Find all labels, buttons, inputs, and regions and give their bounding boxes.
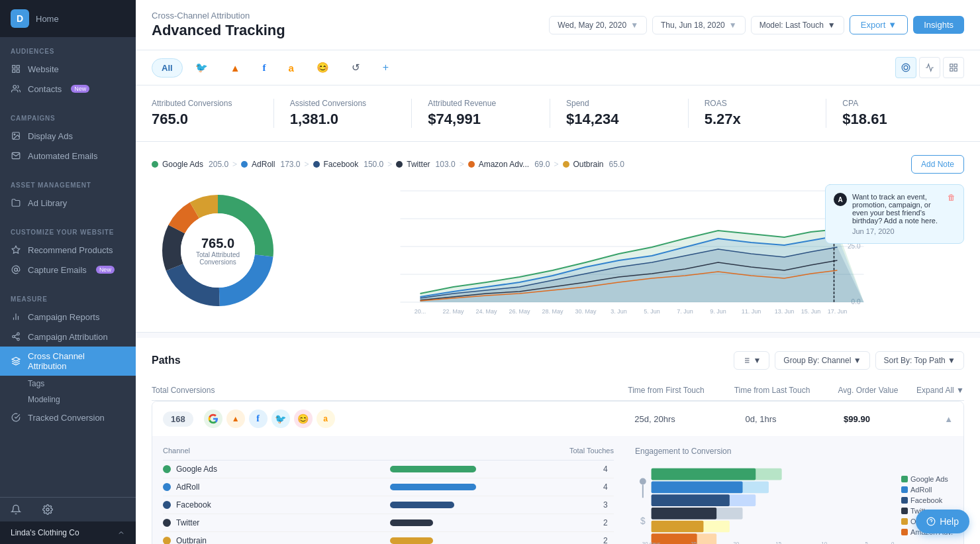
facebook-count: 150.0 — [364, 160, 383, 169]
outbrain-name: Outbrain — [573, 160, 604, 169]
view-grid[interactable] — [943, 57, 964, 78]
path-detail: Channel Total Touches Google Ads 4 — [152, 436, 963, 544]
sidebar-item-contacts[interactable]: Contacts New — [0, 79, 136, 99]
date-start-caret: ▼ — [630, 21, 638, 30]
sidebar-item-ad-library[interactable]: Ad Library — [0, 193, 136, 213]
campaign-reports-label: Campaign Reports — [28, 312, 99, 322]
sidebar-sub-item-tags[interactable]: Tags — [0, 376, 136, 392]
tracked-conversion-label: Tracked Conversion — [28, 413, 105, 423]
adroll-count: 173.0 — [280, 160, 300, 169]
metric-value-3: $14,234 — [566, 111, 672, 128]
svg-text:$: $ — [640, 516, 646, 526]
channel-chip-outbrain[interactable]: Outbrain — [563, 160, 604, 169]
modeling-label: Modeling — [28, 395, 60, 404]
svg-text:0: 0 — [891, 541, 895, 544]
sidebar-item-automated-emails[interactable]: Automated Emails — [0, 146, 136, 166]
channel-chip-twitter[interactable]: Twitter — [396, 160, 430, 169]
twitter-bar — [390, 519, 433, 526]
contacts-badge: New — [71, 85, 89, 93]
facebook-name: Facebook — [324, 160, 359, 169]
tab-adroll[interactable]: ▲ — [220, 58, 250, 78]
legend-dot-amazon — [901, 529, 908, 535]
sidebar-notifications[interactable] — [0, 498, 32, 521]
channel-row-google: Google Ads 4 — [163, 461, 614, 478]
view-line[interactable] — [919, 57, 940, 78]
svg-line-15 — [15, 337, 17, 339]
help-button[interactable]: Help — [916, 510, 969, 533]
google-bar — [390, 466, 476, 472]
twitter-row-dot — [163, 519, 171, 527]
sidebar: D Home AUDIENCES Website Contacts New CA… — [0, 0, 136, 544]
sidebar-item-cross-channel[interactable]: Cross Channel Attribution — [0, 347, 136, 376]
at-icon — [11, 264, 21, 275]
path-icon-google — [204, 409, 222, 428]
svg-rect-72 — [652, 494, 730, 506]
channel-tabs-bar: All 🐦 ▲ f a 😊 ↺ + — [136, 50, 980, 85]
insights-label: Insights — [924, 20, 954, 30]
filter-caret: ▼ — [753, 356, 761, 365]
channel-chip-adroll[interactable]: AdRoll — [241, 160, 275, 169]
add-note-button[interactable]: Add Note — [911, 155, 964, 174]
view-toggle — [895, 57, 964, 78]
path-expand-btn[interactable]: ▲ — [900, 414, 953, 424]
donut-center: 765.0 Total AttributedConversions — [196, 236, 240, 266]
sidebar-user[interactable]: Linda's Clothing Co — [0, 521, 136, 544]
tab-all[interactable]: All — [152, 58, 183, 78]
note-delete-icon[interactable]: 🗑 — [948, 193, 956, 202]
date-start-picker[interactable]: Wed, May 20, 2020 ▼ — [549, 16, 647, 34]
sidebar-settings[interactable] — [32, 498, 64, 521]
adroll-name: AdRoll — [252, 160, 275, 169]
legend-dot-adroll — [901, 486, 908, 493]
sidebar-item-campaign-reports[interactable]: Campaign Reports — [0, 307, 136, 327]
tab-twitter[interactable]: 🐦 — [185, 57, 218, 78]
tab-add[interactable]: + — [373, 57, 399, 78]
export-button[interactable]: Export ▼ — [850, 15, 908, 34]
col-expand[interactable]: Expand All ▼ — [911, 386, 964, 395]
svg-line-16 — [15, 335, 17, 336]
svg-point-4 — [13, 85, 17, 89]
view-donut[interactable] — [895, 57, 916, 78]
sidebar-sub-item-modeling[interactable]: Modeling — [0, 392, 136, 408]
paths-filter-button[interactable]: ▼ — [734, 351, 769, 370]
date-end-picker[interactable]: Thu, Jun 18, 2020 ▼ — [652, 16, 746, 34]
sidebar-item-tracked-conversion[interactable]: Tracked Conversion — [0, 408, 136, 427]
insights-button[interactable]: Insights — [913, 16, 964, 34]
layers-icon — [11, 356, 21, 366]
sidebar-bottom: Linda's Clothing Co — [0, 497, 136, 544]
channel-chip-google[interactable]: Google Ads — [152, 160, 203, 169]
svg-point-19 — [902, 64, 910, 72]
adroll-bar-area — [390, 484, 604, 490]
svg-text:20...: 20... — [415, 308, 426, 315]
metric-label-2: Attributed Revenue — [428, 99, 534, 108]
sidebar-item-campaign-attribution[interactable]: Campaign Attribution — [0, 327, 136, 347]
grid-icon — [11, 64, 21, 74]
asset-management-section: ASSET MANAGEMENT Ad Library — [0, 171, 136, 218]
sort-by-select[interactable]: Sort By: Top Path ▼ — [875, 351, 964, 370]
channel-chip-amazon[interactable]: Amazon Adv... — [468, 160, 529, 169]
sidebar-item-website[interactable]: Website — [0, 59, 136, 79]
arrow-3: > — [387, 160, 392, 169]
sidebar-item-recommend-products[interactable]: Recommend Products — [0, 240, 136, 260]
ad-library-label: Ad Library — [28, 198, 67, 208]
sidebar-item-capture-emails[interactable]: Capture Emails New — [0, 260, 136, 280]
model-select[interactable]: Model: Last Touch ▼ — [751, 16, 844, 34]
tab-amazon[interactable]: a — [278, 58, 303, 78]
google-bar-area — [390, 466, 604, 472]
tab-facebook[interactable]: f — [252, 58, 275, 78]
legend-dot-twitter — [901, 508, 908, 514]
tab-emoji[interactable]: 😊 — [307, 57, 339, 78]
paths-title: Paths — [152, 354, 181, 366]
channel-chip-facebook[interactable]: Facebook — [313, 160, 359, 169]
mail-icon — [11, 150, 21, 161]
path-row-header: 168 ▲ f 🐦 😊 — [152, 402, 963, 436]
col-first-touch: Time from First Touch — [613, 386, 719, 395]
group-by-select[interactable]: Group By: Channel ▼ — [775, 351, 869, 370]
adroll-bar — [390, 484, 476, 490]
home-label[interactable]: Home — [36, 14, 59, 24]
metric-attributed-revenue: Attributed Revenue $74,991 — [428, 99, 550, 128]
sort-by-label: Sort By: Top Path — [884, 356, 946, 365]
tab-retarget[interactable]: ↺ — [342, 57, 370, 78]
legend-adroll: AdRoll — [901, 486, 953, 494]
sidebar-item-display-ads[interactable]: Display Ads — [0, 126, 136, 146]
svg-rect-22 — [954, 64, 957, 67]
